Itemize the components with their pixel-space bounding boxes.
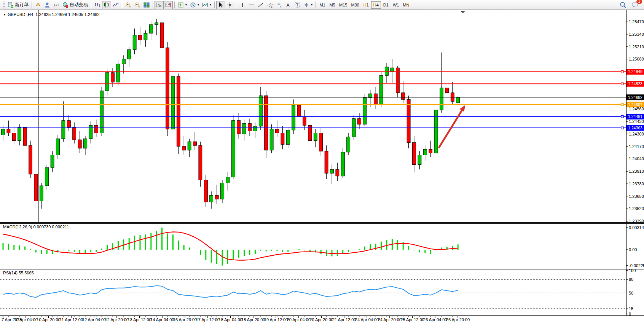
timeframe-h1-button[interactable]: H1: [361, 1, 371, 9]
community-button[interactable]: [43, 1, 52, 9]
periods-button[interactable]: ▾: [188, 1, 201, 9]
chart-window[interactable]: 1.254701.253401.252101.250801.245601.244…: [0, 10, 644, 325]
templates-button[interactable]: ▾: [201, 1, 213, 9]
periods-icon: [190, 2, 196, 8]
search-button[interactable]: [618, 1, 628, 9]
timeframe-d1-button[interactable]: D1: [381, 1, 391, 9]
line-handle[interactable]: [621, 115, 623, 118]
time-tick-label: 14 Apr 04:00: [150, 317, 174, 322]
toolbar-separator: [174, 2, 175, 8]
tile-windows-button[interactable]: [142, 1, 151, 9]
price-line-badge-label: 1.24823: [628, 81, 642, 86]
price-tick-label: 1.25340: [629, 32, 644, 37]
horizontal-line-tool-button[interactable]: [247, 1, 256, 9]
favorites-button[interactable]: [33, 1, 43, 9]
candlestick-mode-icon: [104, 2, 110, 8]
line-handle[interactable]: [621, 83, 623, 85]
line-chart-mode-button[interactable]: [111, 1, 120, 9]
arrows-tool-button[interactable]: ▾: [302, 1, 314, 9]
time-tick-label: 10 Apr 04:00: [14, 317, 38, 322]
community-icon: [44, 2, 50, 8]
fibonacci-tool-button[interactable]: F: [274, 1, 284, 9]
rsi-tick-label: 50: [629, 291, 633, 295]
timeframe-m1-button[interactable]: M1: [317, 1, 327, 9]
timeframe-m30-button[interactable]: M30: [349, 1, 361, 9]
rsi-tick-label: 15: [629, 306, 633, 311]
candlestick-mode-button[interactable]: [102, 1, 111, 9]
chart-shift-button[interactable]: [164, 1, 173, 9]
toolbar-grip: [3, 2, 5, 8]
time-tick-label: 12 Apr 04:00: [82, 317, 106, 322]
ohlc-values: 1.24625 1.24699 1.24605 1.24682: [35, 12, 99, 17]
timeframe-m5-button[interactable]: M5: [327, 1, 337, 9]
rsi-tick-label: 100: [629, 268, 636, 273]
toolbar-separator: [122, 2, 122, 8]
chart-canvas[interactable]: 1.254701.253401.252101.250801.245601.244…: [0, 10, 644, 325]
line-handle[interactable]: [621, 104, 623, 106]
arrows-tool-caret-icon[interactable]: ▾: [311, 3, 312, 6]
rsi-tick-label: 80: [629, 277, 633, 282]
vertical-line-tool-button[interactable]: [238, 1, 247, 9]
arrows-tool-icon: [303, 2, 309, 8]
time-tick-label: 19 Apr 12:00: [264, 317, 288, 322]
crosshair-tool-button[interactable]: [225, 1, 234, 9]
indicators-caret-icon[interactable]: ▾: [185, 3, 187, 6]
timeframe-w1-button[interactable]: W1: [391, 1, 401, 9]
channel-tool-button[interactable]: E: [265, 1, 274, 9]
price-line-badge-label: 1.24949: [628, 69, 642, 74]
new-order-label: 新订单: [15, 2, 29, 8]
toolbar-separator: [214, 2, 215, 8]
indicators-button[interactable]: ▾: [176, 1, 188, 9]
new-order-button[interactable]: 新订单: [6, 1, 30, 9]
auto-scroll-button[interactable]: [155, 1, 164, 9]
svg-text:F: F: [280, 5, 281, 8]
label-tool-button[interactable]: T: [293, 1, 302, 9]
templates-caret-icon[interactable]: ▾: [210, 3, 211, 6]
toolbar-separator: [153, 2, 153, 8]
line-handle[interactable]: [621, 70, 623, 73]
price-line-badge-label: 1.24682: [628, 95, 642, 100]
favorites-icon: [35, 2, 41, 8]
zoom-out-button[interactable]: [133, 1, 142, 9]
vertical-line-tool-icon: [239, 2, 245, 8]
timeframe-m15-button[interactable]: M15: [337, 1, 349, 9]
chart-header: ▼GBPUSD-,H4 1.24625 1.24699 1.24605 1.24…: [3, 12, 100, 17]
macd-tick-label: 0.00314: [629, 225, 644, 230]
price-tick-label: 1.23390: [629, 219, 644, 223]
text-tool-icon: A: [285, 2, 291, 8]
timeframe-mn-button[interactable]: MN: [401, 1, 411, 9]
line-handle[interactable]: [621, 127, 623, 129]
price-tick-label: 1.24560: [629, 107, 644, 111]
toolbar-separator: [316, 2, 316, 8]
price-tick-label: 1.23910: [629, 169, 644, 174]
zoom-in-button[interactable]: [124, 1, 133, 9]
time-tick-label: 13 Apr 12:00: [128, 317, 151, 322]
bar-chart-mode-button[interactable]: [93, 1, 102, 9]
price-tick-label: 1.24300: [629, 132, 644, 136]
chevron-down-icon[interactable]: ▼: [3, 13, 6, 16]
rsi-label: RSI(14) 55.5665: [3, 271, 34, 275]
price-tick-label: 1.24430: [629, 119, 644, 124]
svg-text:T: T: [296, 3, 298, 7]
line-chart-mode-icon: [113, 2, 119, 8]
indicators-icon: [178, 2, 184, 8]
timeframe-h4-button[interactable]: H4: [371, 1, 381, 9]
price-tick-label: 1.25470: [629, 19, 644, 24]
auto-trading-button[interactable]: 自动交易: [61, 1, 89, 9]
text-tool-button[interactable]: A: [284, 1, 293, 9]
price-tick-label: 1.23780: [629, 182, 644, 186]
time-tick-label: 17 Apr 12:00: [196, 317, 220, 322]
time-tick-label: 20 Apr 20:00: [309, 317, 333, 322]
time-tick-label: 10 Apr 20:00: [37, 317, 60, 322]
auto-trading-label: 自动交易: [70, 2, 88, 8]
price-line-badge-label: 1.24363: [628, 126, 642, 130]
symbol-period-label: GBPUSD-,H4: [8, 12, 33, 17]
macd-label: MACD(12,26,9) 0.000739 0.000211: [3, 225, 69, 229]
signals-button[interactable]: [52, 1, 61, 9]
templates-icon: [202, 2, 208, 8]
trendline-tool-button[interactable]: [256, 1, 265, 9]
cursor-tool-button[interactable]: [216, 1, 225, 9]
periods-caret-icon[interactable]: ▾: [198, 3, 199, 6]
notifications-button[interactable]: 1: [630, 1, 640, 9]
time-tick-label: 12 Apr 20:00: [105, 317, 129, 322]
